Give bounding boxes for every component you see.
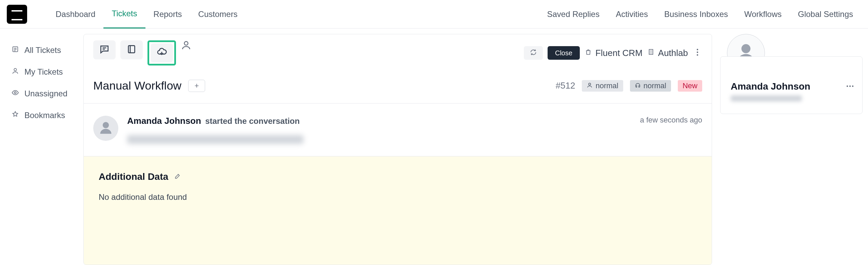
sidebar-item-label: Unassigned bbox=[24, 89, 67, 98]
pill-customer-priority[interactable]: normal bbox=[582, 80, 623, 92]
add-tag-button[interactable]: + bbox=[188, 80, 205, 92]
eye-icon bbox=[12, 89, 19, 98]
bookmark-icon bbox=[12, 111, 19, 120]
sidebar-item-my-tickets[interactable]: My Tickets bbox=[7, 61, 77, 83]
pill-label: New bbox=[683, 81, 697, 90]
top-bar: Dashboard Tickets Reports Customers Save… bbox=[0, 0, 868, 29]
app-logo[interactable] bbox=[7, 5, 27, 24]
ticket-pane: Close Fluent CRM Authlab Manual Workflow… bbox=[83, 34, 712, 265]
toolbar-notes-button[interactable] bbox=[120, 40, 143, 59]
svg-rect-3 bbox=[129, 45, 135, 53]
ticket-title: Manual Workflow bbox=[93, 79, 181, 92]
additional-data-section: Additional Data No additional data found bbox=[84, 156, 712, 265]
avatar-icon bbox=[98, 120, 113, 136]
crm-link-label: Fluent CRM bbox=[595, 48, 643, 58]
building-icon bbox=[647, 48, 655, 59]
refresh-button[interactable] bbox=[524, 46, 543, 60]
ticket-title-row: Manual Workflow + #512 normal normal New bbox=[84, 72, 712, 103]
sidebar-item-unassigned[interactable]: Unassigned bbox=[7, 83, 77, 105]
customer-name: Amanda Johnson bbox=[731, 81, 852, 92]
list-icon bbox=[12, 45, 19, 55]
edit-additional-data-button[interactable] bbox=[174, 173, 181, 181]
additional-data-body: No additional data found bbox=[99, 192, 697, 202]
customer-email-redacted bbox=[731, 95, 802, 101]
svg-rect-5 bbox=[649, 49, 653, 54]
nav-business-inboxes[interactable]: Business Inboxes bbox=[656, 0, 736, 29]
author-avatar[interactable] bbox=[93, 116, 118, 141]
svg-point-1 bbox=[14, 69, 16, 71]
svg-point-7 bbox=[697, 52, 698, 53]
secondary-nav: Saved Replies Activities Business Inboxe… bbox=[539, 0, 861, 29]
conversation-message-redacted bbox=[127, 135, 303, 144]
toolbar-assign-button[interactable] bbox=[181, 40, 192, 51]
headset-icon bbox=[635, 81, 641, 90]
sidebar: All Tickets My Tickets Unassigned Bookma… bbox=[0, 29, 83, 265]
svg-point-8 bbox=[697, 54, 698, 56]
svg-point-4 bbox=[184, 41, 188, 45]
pill-status[interactable]: New bbox=[678, 80, 702, 92]
svg-point-2 bbox=[14, 92, 16, 94]
sidebar-item-label: Bookmarks bbox=[24, 111, 65, 120]
cloud-sync-icon bbox=[156, 47, 167, 59]
conversation-timestamp: a few seconds ago bbox=[640, 116, 702, 144]
close-button[interactable]: Close bbox=[548, 46, 580, 60]
svg-point-11 bbox=[742, 44, 751, 53]
svg-point-9 bbox=[589, 83, 591, 85]
more-horizontal-icon bbox=[846, 82, 854, 88]
highlight-frame bbox=[147, 40, 176, 65]
conversation-verb: started the conversation bbox=[205, 116, 300, 126]
sidebar-item-label: My Tickets bbox=[24, 67, 63, 77]
sidebar-item-all-tickets[interactable]: All Tickets bbox=[7, 39, 77, 61]
svg-point-6 bbox=[697, 49, 698, 50]
content-area: Close Fluent CRM Authlab Manual Workflow… bbox=[83, 29, 868, 265]
sidebar-item-label: All Tickets bbox=[24, 45, 61, 55]
nav-global-settings[interactable]: Global Settings bbox=[790, 0, 861, 29]
plus-icon: + bbox=[195, 81, 199, 90]
nav-tickets[interactable]: Tickets bbox=[103, 0, 145, 29]
nav-saved-replies[interactable]: Saved Replies bbox=[539, 0, 608, 29]
ticket-toolbar: Close Fluent CRM Authlab bbox=[84, 34, 712, 72]
toolbar-chat-button[interactable] bbox=[93, 40, 116, 59]
user-icon bbox=[12, 67, 19, 77]
pill-label: normal bbox=[595, 81, 618, 90]
svg-point-10 bbox=[103, 122, 109, 128]
fluent-crm-link[interactable]: Fluent CRM bbox=[585, 48, 643, 59]
authlab-link-label: Authlab bbox=[658, 48, 688, 58]
more-vertical-icon bbox=[696, 48, 698, 58]
nav-reports[interactable]: Reports bbox=[145, 0, 190, 29]
conversation-entry: Amanda Johnson started the conversation … bbox=[84, 103, 712, 156]
toolbar-workflow-button[interactable] bbox=[151, 43, 173, 62]
chat-icon bbox=[99, 44, 110, 56]
sidebar-item-bookmarks[interactable]: Bookmarks bbox=[7, 105, 77, 126]
user-outline-icon bbox=[181, 40, 192, 52]
notebook-icon bbox=[126, 44, 137, 56]
customer-panel: Amanda Johnson bbox=[720, 34, 863, 265]
nav-workflows[interactable]: Workflows bbox=[736, 0, 790, 29]
primary-nav: Dashboard Tickets Reports Customers bbox=[47, 0, 539, 29]
user-small-icon bbox=[587, 81, 593, 90]
svg-point-14 bbox=[852, 86, 853, 87]
authlab-link[interactable]: Authlab bbox=[647, 48, 688, 59]
pencil-icon bbox=[174, 175, 181, 181]
bag-icon bbox=[585, 48, 592, 59]
svg-point-13 bbox=[849, 86, 851, 87]
customer-more-button[interactable] bbox=[846, 82, 854, 89]
svg-point-12 bbox=[847, 86, 848, 87]
toolbar-view-group bbox=[93, 40, 192, 65]
nav-customers[interactable]: Customers bbox=[190, 0, 246, 29]
nav-dashboard[interactable]: Dashboard bbox=[47, 0, 103, 29]
toolbar-more-button[interactable] bbox=[693, 48, 702, 58]
pill-agent-priority[interactable]: normal bbox=[630, 80, 671, 92]
conversation-author: Amanda Johnson bbox=[127, 116, 201, 126]
additional-data-title: Additional Data bbox=[99, 171, 168, 182]
nav-activities[interactable]: Activities bbox=[608, 0, 656, 29]
refresh-icon bbox=[530, 49, 537, 57]
customer-card: Amanda Johnson bbox=[720, 56, 863, 114]
ticket-id: #512 bbox=[556, 80, 575, 91]
pill-label: normal bbox=[644, 81, 666, 90]
